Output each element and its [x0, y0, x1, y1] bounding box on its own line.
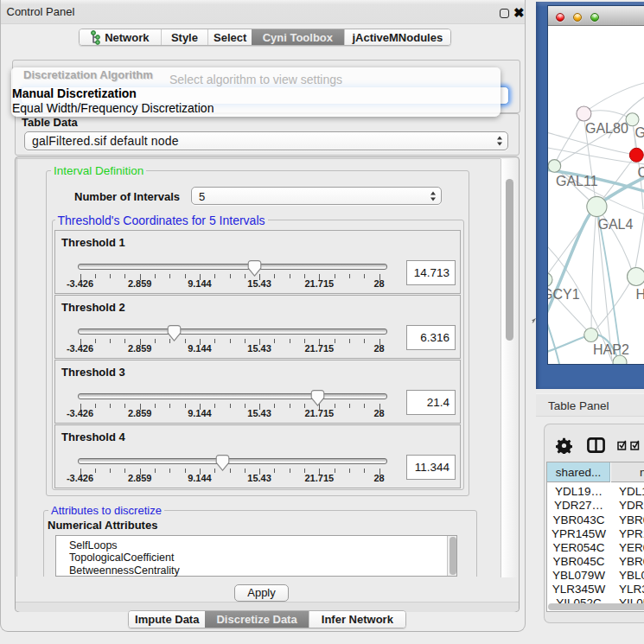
svg-text:GAL11: GAL11: [556, 173, 598, 188]
svg-text:HIS: HIS: [636, 287, 644, 302]
svg-text:GCY1: GCY1: [548, 287, 580, 302]
svg-text:GAL4: GAL4: [598, 216, 634, 231]
svg-text:GAL...: GAL...: [635, 125, 644, 140]
svg-text:HAP2: HAP2: [593, 341, 629, 356]
svg-text:GAL80: GAL80: [585, 120, 628, 135]
svg-text:CDC: CDC: [638, 165, 644, 180]
